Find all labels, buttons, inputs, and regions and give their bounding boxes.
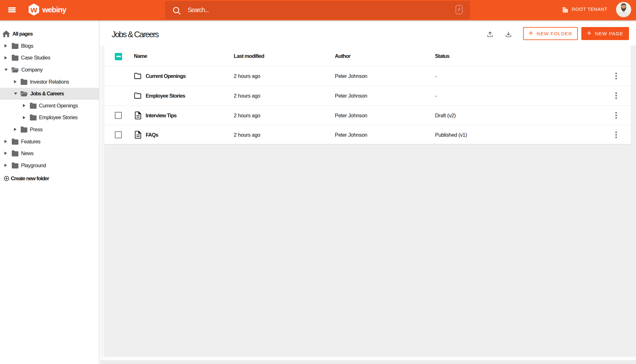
svg-text:w: w <box>30 5 38 14</box>
